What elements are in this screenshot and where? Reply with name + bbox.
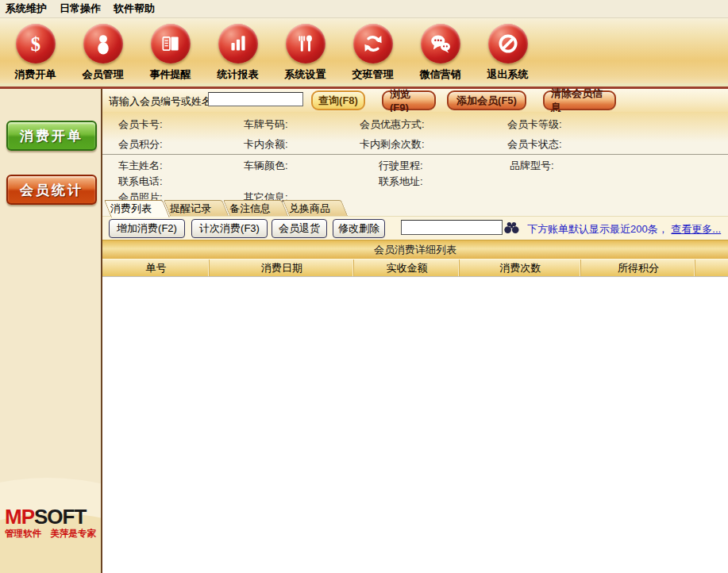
- main-panel: 请输入会员编号或姓名 查询(F8) 浏览(F9) 添加会员(F5) 清除会员信息…: [102, 89, 728, 573]
- bill-limit-notice: 下方账单默认显示最近200条， 查看更多...: [527, 222, 721, 237]
- search-label: 请输入会员编号或姓名: [109, 94, 212, 109]
- bill-search-input[interactable]: [401, 220, 503, 235]
- toolbar-button-wechat-marketing[interactable]: 微信营销: [406, 18, 474, 82]
- member-search-bar: 请输入会员编号或姓名 查询(F8) 浏览(F9) 添加会员(F5) 清除会员信息: [102, 89, 728, 112]
- sidebar: 消费开单 会员统计 MPSOFT 管理软件 美萍是专家: [0, 89, 102, 573]
- label-plate-no: 车牌号码:: [244, 117, 288, 132]
- bar-chart-icon: [218, 24, 258, 63]
- mpsoft-logo: MPSOFT 管理软件 美萍是专家: [5, 507, 96, 540]
- column-header-consume-times[interactable]: 消费次数: [460, 260, 581, 276]
- toolbar-label: 事件提醒: [150, 67, 191, 82]
- label-member-card-no: 会员卡号:: [118, 117, 163, 132]
- label-card-level: 会员卡等级:: [507, 117, 562, 132]
- logo-tagline: 管理软件 美萍是专家: [5, 528, 96, 540]
- toolbar-button-event-reminder[interactable]: 事件提醒: [137, 18, 204, 82]
- consume-table-body[interactable]: [102, 277, 728, 573]
- menu-item-software-help[interactable]: 软件帮助: [112, 1, 156, 17]
- tab-consume-list[interactable]: 消费列表: [104, 200, 161, 216]
- add-consume-button[interactable]: 增加消费(F2): [109, 219, 185, 238]
- logo-wordmark: MPSOFT: [5, 507, 96, 526]
- clear-member-info-button[interactable]: 清除会员信息: [543, 90, 616, 110]
- sidebar-consume-billing-button[interactable]: 消费开单: [6, 121, 97, 151]
- member-info-panel: 会员卡号: 车牌号码: 会员优惠方式: 会员卡等级: 会员积分: 卡内余额: 卡…: [102, 112, 728, 199]
- query-button[interactable]: 查询(F8): [311, 90, 365, 110]
- member-icon: [83, 24, 123, 63]
- toolbar-button-statistics-report[interactable]: 统计报表: [204, 18, 272, 82]
- record-tabbar: 消费列表 提醒记录 备注信息 兑换商品: [102, 199, 728, 216]
- label-address: 联系地址:: [379, 175, 423, 189]
- tools-icon: [286, 24, 325, 63]
- toolbar-label: 消费开单: [15, 67, 56, 82]
- menu-item-system-maintenance[interactable]: 系统维护: [4, 1, 48, 17]
- toolbar-button-exit-system[interactable]: 退出系统: [474, 18, 541, 82]
- dollar-icon: $: [16, 24, 56, 63]
- shift-refresh-icon: [353, 24, 393, 63]
- label-brand-model: 品牌型号:: [510, 159, 554, 173]
- toolbar-label: 会员管理: [83, 67, 124, 82]
- toolbar: $ 消费开单 会员管理 事件提醒 统计报表 系统设置: [0, 18, 728, 89]
- binoculars-search-icon[interactable]: [504, 221, 519, 237]
- view-more-link[interactable]: 查看更多...: [671, 223, 721, 235]
- toolbar-button-system-settings[interactable]: 系统设置: [272, 18, 339, 82]
- browse-button[interactable]: 浏览(F9): [382, 90, 436, 110]
- toolbar-label: 退出系统: [487, 67, 529, 82]
- toolbar-button-member-management[interactable]: 会员管理: [69, 18, 137, 82]
- tab-reminder-records[interactable]: 提醒记录: [164, 200, 221, 216]
- toolbar-label: 统计报表: [218, 67, 259, 82]
- app-window: 系统维护 日常操作 软件帮助 $ 消费开单 会员管理 事件提醒: [0, 0, 728, 573]
- column-header-order-no[interactable]: 单号: [102, 260, 210, 276]
- modify-delete-button[interactable]: 修改删除: [333, 219, 385, 238]
- label-remaining-times: 卡内剩余次数:: [360, 137, 425, 152]
- label-card-balance: 卡内余额:: [244, 137, 288, 152]
- label-owner-name: 车主姓名:: [118, 159, 163, 173]
- tab-remark-info[interactable]: 备注信息: [223, 200, 280, 216]
- exit-icon: [488, 24, 528, 63]
- sidebar-member-statistics-button[interactable]: 会员统计: [6, 175, 97, 205]
- toolbar-label: 系统设置: [285, 67, 326, 82]
- consume-table-header: 单号 消费日期 实收金额 消费次数 所得积分 操作员: [102, 259, 728, 277]
- menubar: 系统维护 日常操作 软件帮助: [0, 0, 728, 18]
- add-member-button[interactable]: 添加会员(F5): [447, 90, 526, 110]
- consume-action-bar: 增加消费(F2) 计次消费(F3) 会员退货 修改删除 下方账单默认显示最近20…: [102, 216, 728, 240]
- label-discount-type: 会员优惠方式:: [360, 117, 425, 132]
- menu-item-daily-operations[interactable]: 日常操作: [58, 1, 102, 17]
- label-card-status: 会员卡状态:: [507, 137, 562, 152]
- toolbar-button-shift-management[interactable]: 交班管理: [339, 18, 406, 82]
- count-consume-button[interactable]: 计次消费(F3): [191, 219, 268, 238]
- label-phone: 联系电话:: [118, 175, 163, 189]
- member-search-input[interactable]: [208, 92, 303, 106]
- toolbar-label: 微信营销: [420, 67, 461, 82]
- wechat-icon: [421, 24, 460, 63]
- reminder-book-icon: [151, 24, 191, 63]
- label-mileage: 行驶里程:: [379, 159, 423, 173]
- tab-exchange-goods[interactable]: 兑换商品: [283, 200, 340, 216]
- column-header-amount-received[interactable]: 实收金额: [354, 260, 460, 276]
- consume-table-title: 会员消费详细列表: [102, 240, 728, 259]
- label-member-points: 会员积分:: [118, 137, 163, 152]
- info-divider: [102, 154, 728, 155]
- label-vehicle-color: 车辆颜色:: [244, 159, 288, 173]
- member-refund-button[interactable]: 会员退货: [272, 219, 327, 238]
- toolbar-button-consume-billing[interactable]: $ 消费开单: [2, 18, 69, 82]
- column-header-operator[interactable]: 操作员: [695, 260, 728, 276]
- column-header-points-earned[interactable]: 所得积分: [581, 260, 695, 276]
- toolbar-label: 交班管理: [352, 67, 394, 82]
- column-header-consume-date[interactable]: 消费日期: [210, 260, 354, 276]
- svg-text:$: $: [30, 33, 40, 55]
